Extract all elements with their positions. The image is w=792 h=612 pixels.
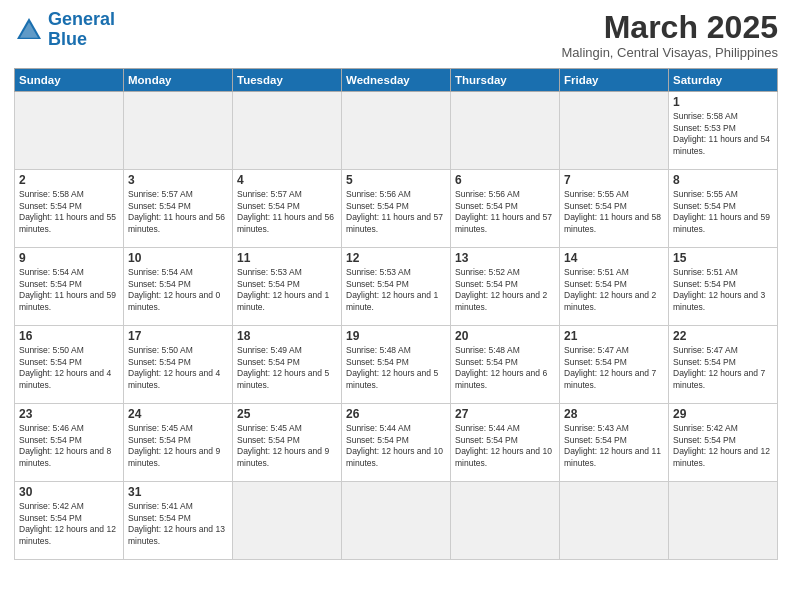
day-number: 19 <box>346 329 446 343</box>
day-number: 17 <box>128 329 228 343</box>
table-row <box>342 92 451 170</box>
table-row: 23Sunrise: 5:46 AMSunset: 5:54 PMDayligh… <box>15 404 124 482</box>
day-info: Sunrise: 5:44 AMSunset: 5:54 PMDaylight:… <box>346 423 446 469</box>
col-sunday: Sunday <box>15 69 124 92</box>
day-number: 6 <box>455 173 555 187</box>
day-info: Sunrise: 5:50 AMSunset: 5:54 PMDaylight:… <box>128 345 228 391</box>
day-number: 10 <box>128 251 228 265</box>
month-title: March 2025 <box>561 10 778 45</box>
table-row: 19Sunrise: 5:48 AMSunset: 5:54 PMDayligh… <box>342 326 451 404</box>
day-number: 25 <box>237 407 337 421</box>
calendar-week-2: 9Sunrise: 5:54 AMSunset: 5:54 PMDaylight… <box>15 248 778 326</box>
table-row <box>15 92 124 170</box>
day-number: 13 <box>455 251 555 265</box>
table-row: 27Sunrise: 5:44 AMSunset: 5:54 PMDayligh… <box>451 404 560 482</box>
table-row: 30Sunrise: 5:42 AMSunset: 5:54 PMDayligh… <box>15 482 124 560</box>
table-row: 5Sunrise: 5:56 AMSunset: 5:54 PMDaylight… <box>342 170 451 248</box>
day-info: Sunrise: 5:54 AMSunset: 5:54 PMDaylight:… <box>19 267 119 313</box>
table-row: 6Sunrise: 5:56 AMSunset: 5:54 PMDaylight… <box>451 170 560 248</box>
logo: General Blue <box>14 10 115 50</box>
day-number: 11 <box>237 251 337 265</box>
day-number: 28 <box>564 407 664 421</box>
day-info: Sunrise: 5:50 AMSunset: 5:54 PMDaylight:… <box>19 345 119 391</box>
day-number: 21 <box>564 329 664 343</box>
day-number: 30 <box>19 485 119 499</box>
day-info: Sunrise: 5:53 AMSunset: 5:54 PMDaylight:… <box>237 267 337 313</box>
table-row: 31Sunrise: 5:41 AMSunset: 5:54 PMDayligh… <box>124 482 233 560</box>
table-row <box>233 482 342 560</box>
table-row: 29Sunrise: 5:42 AMSunset: 5:54 PMDayligh… <box>669 404 778 482</box>
day-info: Sunrise: 5:43 AMSunset: 5:54 PMDaylight:… <box>564 423 664 469</box>
day-info: Sunrise: 5:48 AMSunset: 5:54 PMDaylight:… <box>455 345 555 391</box>
day-info: Sunrise: 5:56 AMSunset: 5:54 PMDaylight:… <box>455 189 555 235</box>
day-info: Sunrise: 5:55 AMSunset: 5:54 PMDaylight:… <box>673 189 773 235</box>
day-number: 8 <box>673 173 773 187</box>
day-info: Sunrise: 5:56 AMSunset: 5:54 PMDaylight:… <box>346 189 446 235</box>
table-row: 20Sunrise: 5:48 AMSunset: 5:54 PMDayligh… <box>451 326 560 404</box>
day-info: Sunrise: 5:57 AMSunset: 5:54 PMDaylight:… <box>128 189 228 235</box>
day-number: 15 <box>673 251 773 265</box>
day-info: Sunrise: 5:52 AMSunset: 5:54 PMDaylight:… <box>455 267 555 313</box>
day-number: 20 <box>455 329 555 343</box>
day-number: 31 <box>128 485 228 499</box>
day-number: 22 <box>673 329 773 343</box>
day-info: Sunrise: 5:48 AMSunset: 5:54 PMDaylight:… <box>346 345 446 391</box>
day-info: Sunrise: 5:47 AMSunset: 5:54 PMDaylight:… <box>564 345 664 391</box>
logo-blue: Blue <box>48 29 87 49</box>
col-tuesday: Tuesday <box>233 69 342 92</box>
table-row: 4Sunrise: 5:57 AMSunset: 5:54 PMDaylight… <box>233 170 342 248</box>
table-row: 7Sunrise: 5:55 AMSunset: 5:54 PMDaylight… <box>560 170 669 248</box>
table-row: 22Sunrise: 5:47 AMSunset: 5:54 PMDayligh… <box>669 326 778 404</box>
table-row: 13Sunrise: 5:52 AMSunset: 5:54 PMDayligh… <box>451 248 560 326</box>
day-info: Sunrise: 5:44 AMSunset: 5:54 PMDaylight:… <box>455 423 555 469</box>
table-row: 3Sunrise: 5:57 AMSunset: 5:54 PMDaylight… <box>124 170 233 248</box>
day-info: Sunrise: 5:45 AMSunset: 5:54 PMDaylight:… <box>128 423 228 469</box>
page: General Blue March 2025 Malingin, Centra… <box>0 0 792 612</box>
calendar-week-5: 30Sunrise: 5:42 AMSunset: 5:54 PMDayligh… <box>15 482 778 560</box>
col-monday: Monday <box>124 69 233 92</box>
logo-text: General Blue <box>48 10 115 50</box>
day-number: 16 <box>19 329 119 343</box>
table-row: 18Sunrise: 5:49 AMSunset: 5:54 PMDayligh… <box>233 326 342 404</box>
day-number: 23 <box>19 407 119 421</box>
table-row <box>233 92 342 170</box>
table-row: 17Sunrise: 5:50 AMSunset: 5:54 PMDayligh… <box>124 326 233 404</box>
logo-general: General <box>48 9 115 29</box>
table-row: 12Sunrise: 5:53 AMSunset: 5:54 PMDayligh… <box>342 248 451 326</box>
day-info: Sunrise: 5:58 AMSunset: 5:53 PMDaylight:… <box>673 111 773 157</box>
day-info: Sunrise: 5:42 AMSunset: 5:54 PMDaylight:… <box>673 423 773 469</box>
day-info: Sunrise: 5:45 AMSunset: 5:54 PMDaylight:… <box>237 423 337 469</box>
day-info: Sunrise: 5:42 AMSunset: 5:54 PMDaylight:… <box>19 501 119 547</box>
table-row: 11Sunrise: 5:53 AMSunset: 5:54 PMDayligh… <box>233 248 342 326</box>
calendar-week-3: 16Sunrise: 5:50 AMSunset: 5:54 PMDayligh… <box>15 326 778 404</box>
day-number: 2 <box>19 173 119 187</box>
day-number: 29 <box>673 407 773 421</box>
location-subtitle: Malingin, Central Visayas, Philippines <box>561 45 778 60</box>
col-thursday: Thursday <box>451 69 560 92</box>
day-info: Sunrise: 5:46 AMSunset: 5:54 PMDaylight:… <box>19 423 119 469</box>
day-number: 9 <box>19 251 119 265</box>
calendar-table: Sunday Monday Tuesday Wednesday Thursday… <box>14 68 778 560</box>
calendar-week-1: 2Sunrise: 5:58 AMSunset: 5:54 PMDaylight… <box>15 170 778 248</box>
day-info: Sunrise: 5:54 AMSunset: 5:54 PMDaylight:… <box>128 267 228 313</box>
table-row <box>560 92 669 170</box>
header-row: Sunday Monday Tuesday Wednesday Thursday… <box>15 69 778 92</box>
col-friday: Friday <box>560 69 669 92</box>
day-info: Sunrise: 5:51 AMSunset: 5:54 PMDaylight:… <box>673 267 773 313</box>
day-info: Sunrise: 5:57 AMSunset: 5:54 PMDaylight:… <box>237 189 337 235</box>
table-row <box>342 482 451 560</box>
table-row: 2Sunrise: 5:58 AMSunset: 5:54 PMDaylight… <box>15 170 124 248</box>
table-row <box>451 482 560 560</box>
table-row <box>669 482 778 560</box>
day-info: Sunrise: 5:55 AMSunset: 5:54 PMDaylight:… <box>564 189 664 235</box>
logo-icon <box>14 15 44 45</box>
day-number: 1 <box>673 95 773 109</box>
table-row: 8Sunrise: 5:55 AMSunset: 5:54 PMDaylight… <box>669 170 778 248</box>
day-info: Sunrise: 5:51 AMSunset: 5:54 PMDaylight:… <box>564 267 664 313</box>
table-row: 16Sunrise: 5:50 AMSunset: 5:54 PMDayligh… <box>15 326 124 404</box>
table-row <box>451 92 560 170</box>
day-number: 26 <box>346 407 446 421</box>
day-number: 14 <box>564 251 664 265</box>
day-info: Sunrise: 5:47 AMSunset: 5:54 PMDaylight:… <box>673 345 773 391</box>
day-number: 3 <box>128 173 228 187</box>
